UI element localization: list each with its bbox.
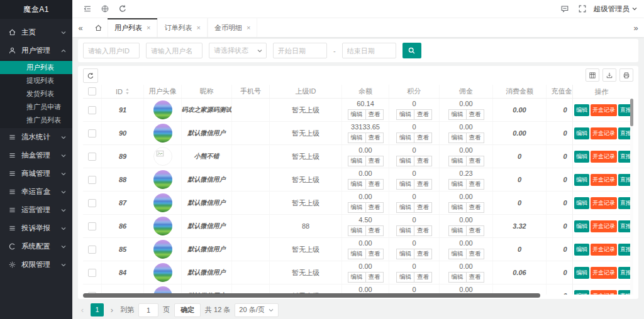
- action-edit-button[interactable]: 编辑: [574, 244, 589, 256]
- action-open-box-record-button[interactable]: 开盒记录: [591, 267, 617, 279]
- sidebar-item[interactable]: 投诉举报: [0, 219, 72, 237]
- cell-edit-button[interactable]: 编辑: [348, 109, 366, 120]
- action-open-box-record-button[interactable]: 开盒记录: [591, 127, 617, 139]
- cell-edit-button[interactable]: 编辑: [448, 179, 467, 190]
- row-checkbox[interactable]: [88, 246, 96, 254]
- cell-edit-button[interactable]: 编辑: [348, 202, 366, 213]
- cell-edit-button[interactable]: 编辑: [348, 249, 366, 259]
- home-tab-icon[interactable]: [89, 18, 108, 37]
- row-checkbox[interactable]: [88, 269, 96, 277]
- fullscreen-icon[interactable]: [574, 0, 591, 18]
- cell-edit-button[interactable]: 编辑: [396, 179, 414, 190]
- sidebar-item[interactable]: 主页: [0, 23, 72, 41]
- cell-view-button[interactable]: 查看: [366, 156, 384, 166]
- admin-dropdown[interactable]: 超级管理员: [594, 4, 638, 14]
- tab-close-icon[interactable]: ×: [196, 24, 200, 31]
- tab-close-icon[interactable]: ×: [147, 24, 150, 31]
- username-input[interactable]: [146, 43, 203, 58]
- cell-view-button[interactable]: 查看: [366, 202, 384, 213]
- cell-view-button[interactable]: 查看: [467, 202, 484, 213]
- row-checkbox[interactable]: [88, 153, 96, 161]
- tab-item[interactable]: 金币明细×: [208, 18, 257, 37]
- table-refresh-button[interactable]: [83, 68, 98, 83]
- column-header[interactable]: ID: [102, 85, 144, 98]
- cell-view-button[interactable]: 查看: [366, 109, 384, 120]
- sidebar-item[interactable]: 商城管理: [0, 165, 72, 183]
- row-checkbox[interactable]: [88, 199, 96, 207]
- action-open-box-record-button[interactable]: 开盒记录: [591, 197, 617, 209]
- action-direct-team-button[interactable]: 直推团队: [618, 127, 630, 139]
- sidebar-item[interactable]: 权限管理: [0, 256, 72, 274]
- cell-view-button[interactable]: 查看: [366, 249, 384, 259]
- cell-view-button[interactable]: 查看: [467, 109, 484, 120]
- action-edit-button[interactable]: 编辑: [574, 104, 589, 116]
- cell-view-button[interactable]: 查看: [467, 249, 484, 259]
- end-date-input[interactable]: [342, 43, 396, 58]
- cell-view-button[interactable]: 查看: [366, 225, 384, 236]
- filter-columns-icon[interactable]: [586, 68, 599, 82]
- refresh-page-icon[interactable]: [114, 0, 131, 18]
- user-id-input[interactable]: [83, 43, 140, 58]
- cell-edit-button[interactable]: 编辑: [348, 272, 366, 283]
- sidebar-item[interactable]: 流水统计: [0, 128, 72, 146]
- row-checkbox[interactable]: [88, 176, 96, 184]
- action-direct-team-button[interactable]: 直推团队: [618, 220, 630, 232]
- cell-edit-button[interactable]: 编辑: [396, 156, 414, 166]
- action-open-box-record-button[interactable]: 开盒记录: [591, 104, 617, 116]
- clear-cache-icon[interactable]: [96, 0, 114, 18]
- vertical-scrollbar-thumb[interactable]: [630, 99, 633, 126]
- cell-view-button[interactable]: 查看: [467, 225, 484, 236]
- sidebar-item[interactable]: 系统配置: [0, 237, 72, 256]
- cell-view-button[interactable]: 查看: [366, 179, 384, 190]
- cell-edit-button[interactable]: 编辑: [396, 272, 414, 283]
- page-size-select[interactable]: 20 条/页: [235, 303, 278, 317]
- action-edit-button[interactable]: 编辑: [574, 197, 589, 209]
- cell-view-button[interactable]: 查看: [414, 225, 432, 236]
- cell-edit-button[interactable]: 编辑: [348, 156, 366, 166]
- sidebar-subitem[interactable]: 推广员申请: [0, 100, 72, 114]
- action-open-box-record-button[interactable]: 开盒记录: [591, 151, 617, 163]
- cell-edit-button[interactable]: 编辑: [448, 109, 467, 120]
- tabs-scroll-left-button[interactable]: «: [72, 18, 89, 37]
- action-direct-team-button[interactable]: 直推团队: [618, 151, 630, 163]
- print-icon[interactable]: [619, 68, 633, 82]
- cell-edit-button[interactable]: 编辑: [448, 249, 467, 259]
- row-checkbox[interactable]: [88, 222, 96, 230]
- status-select[interactable]: 请选择状态: [209, 43, 267, 58]
- sidebar-subitem[interactable]: 提现列表: [0, 74, 72, 87]
- tabs-scroll-right-button[interactable]: »: [628, 18, 644, 37]
- cell-edit-button[interactable]: 编辑: [348, 225, 366, 236]
- tab-item[interactable]: 用户列表×: [108, 18, 157, 37]
- cell-view-button[interactable]: 查看: [467, 132, 484, 143]
- tab-item[interactable]: 订单列表×: [157, 18, 207, 37]
- cell-edit-button[interactable]: 编辑: [448, 225, 467, 236]
- cell-edit-button[interactable]: 编辑: [396, 132, 414, 143]
- search-button[interactable]: [402, 43, 421, 58]
- cell-edit-button[interactable]: 编辑: [348, 179, 366, 190]
- select-all-checkbox[interactable]: [88, 87, 96, 95]
- cell-view-button[interactable]: 查看: [414, 202, 432, 213]
- action-direct-team-button[interactable]: 直推团队: [618, 267, 630, 279]
- tab-close-icon[interactable]: ×: [247, 24, 250, 31]
- row-checkbox[interactable]: [88, 129, 96, 138]
- sidebar-subitem[interactable]: 推广员列表: [0, 114, 72, 127]
- action-edit-button[interactable]: 编辑: [574, 267, 589, 279]
- action-direct-team-button[interactable]: 直推团队: [618, 197, 630, 209]
- cell-view-button[interactable]: 查看: [414, 179, 432, 190]
- goto-page-input[interactable]: [138, 303, 158, 317]
- action-edit-button[interactable]: 编辑: [574, 220, 589, 232]
- cell-edit-button[interactable]: 编辑: [396, 249, 414, 259]
- action-direct-team-button[interactable]: 直推团队: [618, 244, 630, 256]
- action-edit-button[interactable]: 编辑: [574, 174, 589, 186]
- start-date-input[interactable]: [273, 43, 327, 58]
- cell-edit-button[interactable]: 编辑: [448, 202, 467, 213]
- cell-view-button[interactable]: 查看: [414, 249, 432, 259]
- cell-edit-button[interactable]: 编辑: [448, 272, 467, 283]
- action-open-box-record-button[interactable]: 开盒记录: [591, 244, 617, 256]
- sidebar-subitem[interactable]: 发货列表: [0, 87, 72, 100]
- cell-edit-button[interactable]: 编辑: [348, 132, 366, 143]
- cell-view-button[interactable]: 查看: [366, 272, 384, 283]
- cell-edit-button[interactable]: 编辑: [396, 109, 414, 120]
- sidebar-item[interactable]: 抽盒管理: [0, 146, 72, 165]
- cell-view-button[interactable]: 查看: [414, 132, 432, 143]
